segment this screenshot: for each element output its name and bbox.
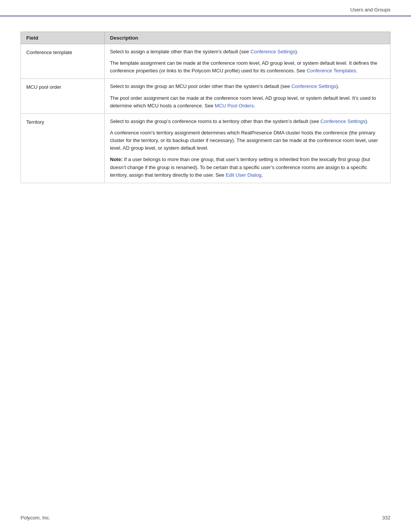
inline-link[interactable]: Conference Settings: [292, 83, 336, 89]
desc-text: ).: [365, 118, 368, 124]
desc-text: Select to assign the group’s conference …: [110, 118, 320, 124]
note-label: Note:: [110, 157, 123, 162]
content-area: Field Description Conference templateSel…: [0, 16, 411, 206]
inline-link[interactable]: Edit User Dialog: [226, 172, 261, 178]
desc-paragraph: A conference room’s territory assignment…: [110, 129, 385, 152]
desc-text: A conference room’s territory assignment…: [110, 130, 378, 151]
description-cell: Select to assign a template other than t…: [105, 44, 390, 79]
inline-link[interactable]: MCU Pool Orders: [215, 103, 254, 109]
desc-paragraph: The pool order assignment can be made at…: [110, 94, 385, 110]
col-description-header: Description: [105, 32, 390, 44]
desc-text: ).: [295, 49, 298, 54]
footer-right: 332: [382, 515, 390, 521]
field-cell: MCU pool order: [21, 79, 105, 113]
desc-paragraph: Note: If a user belongs to more than one…: [110, 156, 385, 179]
inline-link[interactable]: Conference Settings: [320, 118, 365, 124]
description-cell: Select to assign the group’s conference …: [105, 113, 390, 183]
footer-left: Polycom, Inc.: [21, 515, 50, 521]
inline-link[interactable]: Conference Settings: [250, 49, 295, 54]
desc-paragraph: The template assignment can be made at t…: [110, 59, 385, 75]
field-cell: Conference template: [21, 44, 105, 79]
description-cell: Select to assign the group an MCU pool o…: [105, 79, 390, 113]
desc-text: Select to assign a template other than t…: [110, 49, 250, 54]
desc-text: .: [261, 172, 263, 178]
page-footer: Polycom, Inc. 332: [21, 515, 390, 521]
table-row: MCU pool orderSelect to assign the group…: [21, 79, 390, 113]
inline-link[interactable]: Conference Templates: [307, 68, 356, 73]
table-row: Conference templateSelect to assign a te…: [21, 44, 390, 79]
col-field-header: Field: [21, 32, 105, 44]
table-header-row: Field Description: [21, 32, 390, 44]
desc-text: ).: [336, 83, 339, 89]
main-table: Field Description Conference templateSel…: [21, 32, 390, 183]
desc-text: .: [356, 68, 357, 73]
desc-paragraph: Select to assign a template other than t…: [110, 48, 385, 56]
table-row: TerritorySelect to assign the group’s co…: [21, 113, 390, 183]
header-title: Users and Groups: [350, 7, 391, 13]
page-header: Users and Groups: [0, 0, 411, 16]
field-cell: Territory: [21, 113, 105, 183]
desc-text: .: [254, 103, 255, 109]
desc-paragraph: Select to assign the group an MCU pool o…: [110, 83, 385, 90]
desc-paragraph: Select to assign the group’s conference …: [110, 118, 385, 125]
desc-text: Select to assign the group an MCU pool o…: [110, 83, 292, 89]
